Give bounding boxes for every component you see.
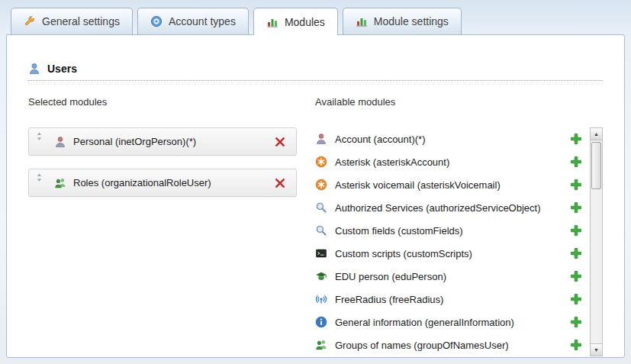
available-module-row-general-information: General information (generalInformation) — [315, 311, 590, 333]
badge-icon — [150, 15, 163, 27]
available-module-row-authorized-services: Authorized Services (authorizedServiceOb… — [315, 196, 590, 219]
drag-handle-icon[interactable] — [34, 131, 44, 141]
asterisk-icon — [315, 179, 327, 191]
selected-module-label: Personal (inetOrgPerson)(*) — [73, 136, 274, 147]
selected-modules-heading: Selected modules — [28, 96, 297, 108]
available-module-row-groups-of-names: Groups of names (groupOfNamesUser) — [315, 333, 590, 356]
available-modules-list: Account (account)(*) Asterisk (asteriskA… — [315, 127, 590, 356]
wrench-icon — [24, 15, 36, 27]
magnifier-icon — [315, 224, 327, 237]
add-icon[interactable] — [570, 224, 582, 237]
antenna-icon — [315, 293, 327, 305]
available-module-row-asterisk-voicemail: Asterisk voicemail (asteriskVoicemail) — [315, 173, 590, 196]
tab-label: General settings — [42, 15, 120, 27]
drag-handle-icon[interactable] — [34, 172, 44, 182]
tab-general-settings[interactable]: General settings — [11, 8, 133, 34]
selected-modules-column: Selected modules Personal (inetOrgPerson… — [28, 96, 297, 356]
available-module-row-custom-fields: Custom fields (customFields) — [315, 219, 590, 242]
user-icon — [28, 63, 40, 75]
tab-module-settings[interactable]: Module settings — [343, 8, 462, 34]
selected-module-row-personal[interactable]: Personal (inetOrgPerson)(*) — [28, 127, 297, 156]
person-icon — [54, 136, 66, 148]
available-module-label: EDU person (eduPerson) — [335, 271, 570, 282]
available-modules-column: Available modules Account (account)(*) A… — [315, 96, 603, 356]
available-module-label: Authorized Services (authorizedServiceOb… — [335, 202, 570, 214]
modules-panel: Users Selected modules Personal (inetOrg… — [6, 34, 625, 358]
delete-icon[interactable] — [274, 177, 286, 189]
scroll-down-button[interactable]: ▼ — [591, 343, 602, 356]
add-icon[interactable] — [570, 293, 582, 305]
available-module-label: Account (account)(*) — [335, 134, 570, 145]
add-icon[interactable] — [570, 247, 582, 259]
users-section-header: Users — [28, 63, 603, 81]
add-icon[interactable] — [570, 201, 582, 214]
add-icon[interactable] — [570, 133, 582, 145]
selected-module-label: Roles (organizationalRoleUser) — [73, 177, 274, 188]
selected-module-row-roles[interactable]: Roles (organizationalRoleUser) — [28, 169, 297, 197]
available-module-row-edu-person: EDU person (eduPerson) — [315, 265, 590, 288]
add-icon[interactable] — [570, 179, 582, 191]
users-section-title: Users — [47, 63, 77, 75]
add-icon[interactable] — [570, 339, 582, 351]
available-module-row-account: Account (account)(*) — [315, 127, 590, 150]
available-module-label: Custom fields (customFields) — [335, 225, 570, 237]
available-module-label: Asterisk voicemail (asteriskVoicemail) — [335, 179, 570, 191]
available-module-row-freeradius: FreeRadius (freeRadius) — [315, 288, 590, 311]
tab-bar: General settings Account types Modules M… — [0, 0, 631, 34]
magnifier-icon — [315, 201, 327, 214]
group-icon — [54, 177, 66, 189]
chart-icon — [266, 16, 278, 28]
available-module-row-asterisk: Asterisk (asteriskAccount) — [315, 150, 590, 173]
available-module-label: Groups of names (groupOfNamesUser) — [335, 340, 570, 351]
tab-label: Account types — [169, 15, 236, 27]
info-icon — [315, 316, 327, 328]
tab-label: Modules — [285, 16, 325, 28]
tab-modules[interactable]: Modules — [253, 8, 338, 35]
add-icon[interactable] — [570, 156, 582, 168]
chart-icon — [356, 15, 368, 27]
available-module-label: FreeRadius (freeRadius) — [335, 294, 570, 305]
delete-icon[interactable] — [274, 136, 286, 148]
edu-person-icon — [315, 270, 327, 282]
available-module-label: General information (generalInformation) — [335, 317, 570, 328]
available-modules-heading: Available modules — [315, 96, 603, 108]
script-icon — [315, 247, 327, 259]
group-icon — [315, 339, 327, 351]
available-module-label: Asterisk (asteriskAccount) — [335, 156, 570, 168]
available-module-label: Custom scripts (customScripts) — [335, 248, 570, 259]
tab-label: Module settings — [374, 15, 449, 27]
scrollbar[interactable]: ▲ ▼ — [590, 127, 603, 356]
scroll-up-button[interactable]: ▲ — [591, 128, 602, 140]
add-icon[interactable] — [570, 316, 582, 328]
tab-account-types[interactable]: Account types — [137, 8, 249, 34]
add-icon[interactable] — [570, 270, 582, 282]
person-icon — [315, 133, 327, 145]
lam-configuration-page: General settings Account types Modules M… — [0, 0, 631, 358]
available-module-row-custom-scripts: Custom scripts (customScripts) — [315, 242, 590, 265]
scroll-thumb[interactable] — [591, 142, 601, 189]
asterisk-icon — [315, 156, 327, 168]
